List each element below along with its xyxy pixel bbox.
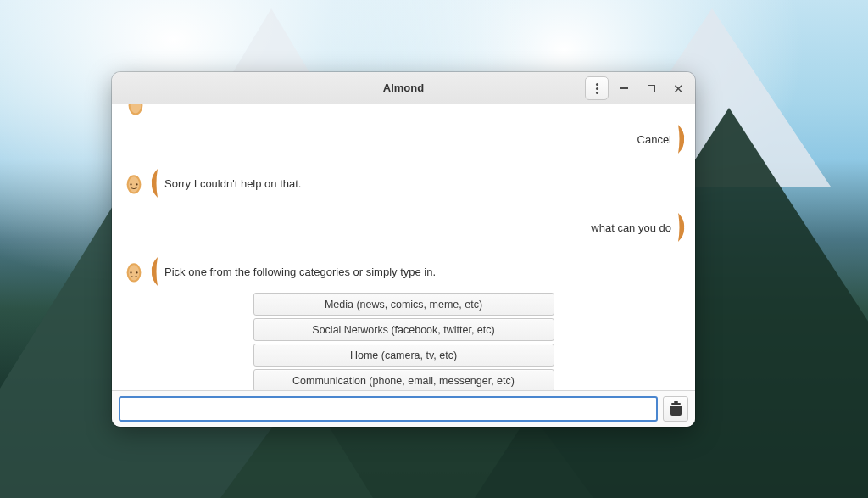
titlebar: Almond ✕ xyxy=(112,72,695,104)
bubble-tail-icon xyxy=(151,169,159,198)
close-button[interactable]: ✕ xyxy=(666,76,690,100)
window-controls: ✕ xyxy=(585,76,690,100)
more-icon xyxy=(596,83,598,94)
category-media-button[interactable]: Media (news, comics, meme, etc) xyxy=(253,293,554,316)
trash-icon xyxy=(670,403,682,416)
almond-avatar xyxy=(122,171,146,195)
message-row-bot: Sorry I couldn't help on that. xyxy=(122,169,685,198)
chat-area: Cancel xyxy=(112,104,695,390)
message-input[interactable] xyxy=(119,396,658,422)
almond-avatar xyxy=(122,260,146,283)
bubble-tail-icon xyxy=(676,125,685,154)
category-comm-button[interactable]: Communication (phone, email, messenger, … xyxy=(253,369,554,390)
category-home-button[interactable]: Home (camera, tv, etc) xyxy=(253,344,554,367)
minimize-button[interactable] xyxy=(612,76,636,100)
message-text: Pick one from the following categories o… xyxy=(159,266,441,278)
clear-button[interactable] xyxy=(663,396,688,422)
message-text: Sorry I couldn't help on that. xyxy=(159,177,306,190)
svg-point-4 xyxy=(130,183,131,185)
app-window: Almond ✕ Canc xyxy=(112,72,695,427)
bubble-tail-icon xyxy=(151,257,159,286)
svg-point-5 xyxy=(136,183,137,185)
minimize-icon xyxy=(620,87,628,89)
category-social-button[interactable]: Social Networks (facebook, twitter, etc) xyxy=(253,318,554,341)
message-row-user: Cancel xyxy=(122,125,685,154)
message-row-bot: Pick one from the following categories o… xyxy=(122,257,685,286)
message-text: Cancel xyxy=(632,133,676,146)
desktop: Almond ✕ Canc xyxy=(0,0,868,498)
message-row-user: what can you do xyxy=(122,213,685,242)
close-icon: ✕ xyxy=(673,82,684,95)
bubble-tail-icon xyxy=(676,213,685,242)
message-text: what can you do xyxy=(586,221,676,234)
svg-point-9 xyxy=(136,271,137,273)
maximize-icon xyxy=(648,85,655,92)
almond-avatar-cropped xyxy=(124,104,147,120)
category-list: Media (news, comics, meme, etc) Social N… xyxy=(122,293,685,390)
menu-button[interactable] xyxy=(585,76,609,100)
input-bar xyxy=(112,390,695,427)
maximize-button[interactable] xyxy=(639,76,663,100)
svg-point-8 xyxy=(130,271,131,273)
